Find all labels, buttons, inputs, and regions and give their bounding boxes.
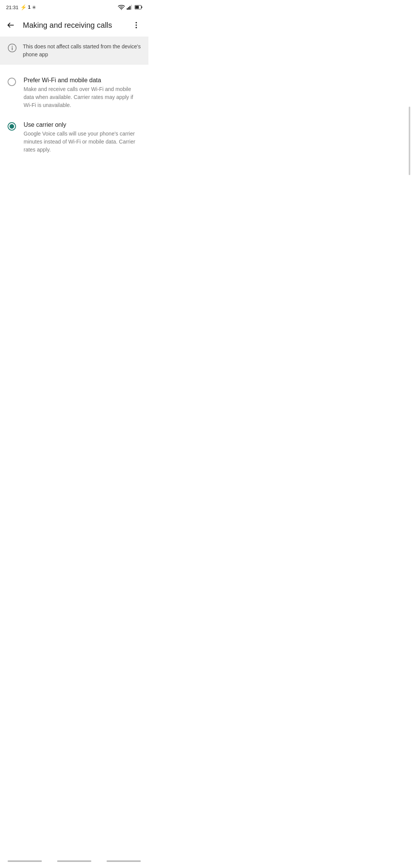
options-list: Prefer Wi-Fi and mobile data Make and re… (0, 68, 148, 163)
svg-rect-3 (129, 6, 131, 10)
status-left: 21:31 ⚡ 1 ✳ (6, 4, 36, 10)
option-carrier-only[interactable]: Use carrier only Google Voice calls will… (0, 115, 148, 160)
back-button[interactable] (2, 16, 20, 34)
option-carrier-only-title: Use carrier only (24, 121, 141, 128)
option-wifi-data-desc: Make and receive calls over Wi-Fi and mo… (24, 85, 141, 109)
more-options-button[interactable] (127, 16, 145, 34)
wifi-icon-1 (118, 5, 125, 10)
svg-rect-6 (141, 6, 142, 8)
radio-carrier-only[interactable] (8, 122, 16, 131)
svg-point-13 (12, 46, 13, 46)
radio-carrier-only-dot (10, 124, 14, 129)
time-display: 21:31 (6, 5, 19, 10)
option-wifi-data-title: Prefer Wi-Fi and mobile data (24, 77, 141, 84)
option-wifi-data[interactable]: Prefer Wi-Fi and mobile data Make and re… (0, 71, 148, 115)
svg-rect-1 (127, 8, 128, 10)
svg-point-10 (135, 27, 137, 29)
svg-point-9 (135, 24, 137, 26)
option-wifi-data-content: Prefer Wi-Fi and mobile data Make and re… (24, 77, 141, 109)
svg-point-0 (121, 9, 122, 10)
page-title: Making and receiving calls (23, 21, 127, 30)
svg-rect-2 (128, 7, 129, 10)
svg-rect-7 (135, 6, 139, 9)
option-carrier-only-content: Use carrier only Google Voice calls will… (24, 121, 141, 154)
badge-count: 1 (28, 5, 31, 10)
info-icon (8, 43, 17, 53)
battery-icon (135, 5, 142, 10)
bolt-icon: ⚡ (20, 4, 27, 10)
option-carrier-only-desc: Google Voice calls will use your phone's… (24, 130, 141, 154)
more-vert-icon (132, 21, 140, 29)
info-banner-text: This does not affect calls started from … (23, 43, 141, 59)
back-arrow-icon (6, 21, 15, 29)
radio-wifi-data[interactable] (8, 78, 16, 86)
status-right (118, 5, 142, 10)
info-banner: This does not affect calls started from … (0, 37, 148, 65)
status-bar: 21:31 ⚡ 1 ✳ (0, 0, 148, 14)
svg-point-8 (135, 22, 137, 24)
svg-rect-4 (131, 5, 132, 10)
notification-icon: ✳ (32, 5, 36, 10)
signal-icon (127, 5, 133, 10)
app-bar: Making and receiving calls (0, 14, 148, 37)
